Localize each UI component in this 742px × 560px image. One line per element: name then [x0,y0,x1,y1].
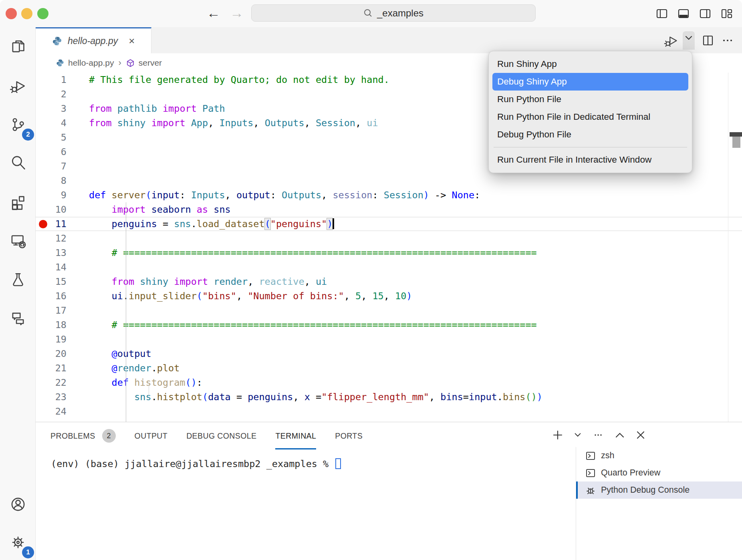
new-terminal-plus-icon[interactable] [552,429,563,441]
code-line[interactable]: 20 @output [36,346,742,361]
titlebar: ← → _examples [0,0,742,27]
layout-panel-icon[interactable] [677,7,690,20]
line-number[interactable]: 14 [36,260,89,274]
line-number[interactable]: 11 [36,217,89,231]
remote-explorer-icon[interactable] [10,232,26,249]
layout-customize-icon[interactable] [720,7,733,20]
source-control-icon[interactable]: 2 [10,116,26,133]
account-icon[interactable] [10,496,26,513]
close-tab-icon[interactable]: × [129,36,135,46]
line-number[interactable]: 1 [36,73,89,87]
code-text [89,173,742,188]
menu-item-debug-shiny-app[interactable]: Debug Shiny App [492,73,688,91]
more-actions-icon[interactable] [721,34,734,47]
menu-item-run-python-file[interactable]: Run Python File [492,91,688,108]
close-window-button[interactable] [6,8,17,19]
explorer-icon[interactable] [10,38,26,55]
line-number[interactable]: 22 [36,375,89,390]
panel-tab-problems[interactable]: PROBLEMS2 [50,422,116,449]
tab-hello-app[interactable]: hello-app.py × [36,27,151,53]
code-line[interactable]: 23 sns.histplot(data = penguins, x ="fli… [36,390,742,404]
code-line[interactable]: 16 ui.input_slider("bins", "Number of bi… [36,289,742,303]
problems-count-badge: 2 [102,429,116,443]
menu-item-run-python-file-in-dedicated-terminal[interactable]: Run Python File in Dedicated Terminal [492,108,688,126]
breadcrumb-symbol[interactable]: server [139,58,162,68]
testing-icon[interactable] [10,271,26,288]
settings-gear-icon[interactable]: 1 [10,534,26,551]
menu-item-debug-python-file[interactable]: Debug Python File [492,126,688,143]
minimize-window-button[interactable] [21,8,32,19]
comments-icon[interactable] [10,309,26,326]
code-line[interactable]: 13 # ===================================… [36,246,742,260]
extensions-icon[interactable] [10,193,26,210]
scrollbar-thumb[interactable] [732,137,740,148]
menu-item-run-shiny-app[interactable]: Run Shiny App [492,55,688,73]
panel-tab-terminal[interactable]: TERMINAL [275,422,316,449]
line-number[interactable]: 2 [36,87,89,101]
line-number[interactable]: 9 [36,188,89,202]
run-options-chevron-button[interactable] [683,31,695,50]
code-line[interactable]: 15 from shiny import render, reactive, u… [36,274,742,289]
line-number[interactable]: 24 [36,404,89,419]
back-button[interactable]: ← [207,5,220,21]
code-line[interactable]: 10 import seaborn as sns [36,202,742,217]
panel-tab-label: OUTPUT [135,422,168,449]
line-number[interactable]: 5 [36,130,89,145]
command-center-search[interactable]: _examples [251,4,536,22]
code-line[interactable]: 12 [36,231,742,246]
panel-tab-output[interactable]: OUTPUT [135,422,168,449]
terminal-instance-label: zsh [601,451,614,461]
overview-ruler[interactable] [728,73,742,422]
line-number[interactable]: 18 [36,318,89,332]
code-line[interactable]: 24 [36,404,742,419]
terminal-output[interactable]: (env) (base) jjallaire@jjallairesmbp2 _e… [51,458,341,469]
code-line[interactable]: 21 @render.plot [36,361,742,375]
line-number[interactable]: 12 [36,231,89,246]
code-line[interactable]: 22 def histogram(): [36,375,742,390]
line-number[interactable]: 3 [36,101,89,116]
breadcrumb-file[interactable]: hello-app.py [68,58,114,68]
line-number[interactable]: 20 [36,346,89,361]
line-number[interactable]: 8 [36,173,89,188]
bottom-panel: PROBLEMS2OUTPUTDEBUG CONSOLETERMINALPORT… [36,422,742,560]
line-number[interactable]: 6 [36,145,89,159]
forward-button[interactable]: → [230,5,244,21]
code-text: from shiny import render, reactive, ui [89,274,742,289]
line-number[interactable]: 4 [36,116,89,130]
code-line[interactable]: 18 # ===================================… [36,318,742,332]
terminal-instance-zsh[interactable]: zsh [576,447,742,464]
terminal-profile-chevron-icon[interactable] [574,432,582,438]
line-number[interactable]: 19 [36,332,89,346]
line-number[interactable]: 16 [36,289,89,303]
code-line[interactable]: 8 [36,173,742,188]
layout-sidebar-left-icon[interactable] [655,7,668,20]
line-number[interactable]: 17 [36,303,89,318]
maximize-panel-chevron-up-icon[interactable] [615,431,625,439]
breakpoint-icon[interactable] [39,220,47,228]
close-panel-icon[interactable] [635,430,646,440]
panel-tab-debug-console[interactable]: DEBUG CONSOLE [186,422,256,449]
zoom-window-button[interactable] [37,8,48,19]
terminal-instance-quarto-preview[interactable]: Quarto Preview [576,464,742,481]
line-number[interactable]: 13 [36,246,89,260]
line-number[interactable]: 7 [36,159,89,173]
panel-more-actions-icon[interactable] [592,429,604,441]
line-number[interactable]: 21 [36,361,89,375]
code-line[interactable]: 19 [36,332,742,346]
code-line[interactable]: 9def server(input: Inputs, output: Outpu… [36,188,742,202]
code-line[interactable]: 14 [36,260,742,274]
split-editor-icon[interactable] [702,34,714,47]
terminal-instance-python-debug-console[interactable]: Python Debug Console [576,481,742,499]
search-sidebar-icon[interactable] [10,154,26,171]
line-number[interactable]: 15 [36,274,89,289]
indent-guide [126,202,126,422]
panel-tab-ports[interactable]: PORTS [335,422,363,449]
code-line[interactable]: 11 penguins = sns.load_dataset("penguins… [36,217,742,231]
debug-run-icon[interactable] [664,33,678,48]
run-and-debug-icon[interactable] [10,77,26,94]
code-line[interactable]: 17 [36,303,742,318]
menu-item-run-current-file-in-interactive-window[interactable]: Run Current File in Interactive Window [492,151,688,169]
layout-sidebar-right-icon[interactable] [699,7,712,20]
line-number[interactable]: 23 [36,390,89,404]
line-number[interactable]: 10 [36,202,89,217]
